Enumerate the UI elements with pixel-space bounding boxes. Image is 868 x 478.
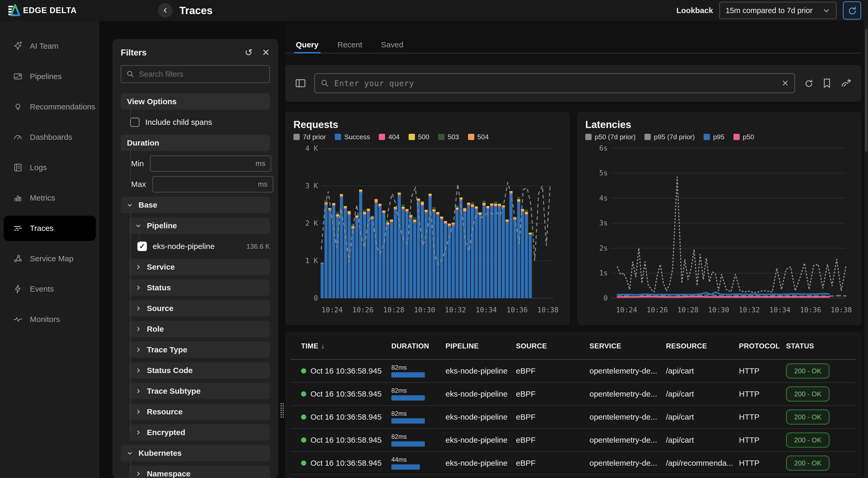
sidebar-item-service-map[interactable]: Service Map (4, 246, 96, 271)
chevron-right-icon (135, 429, 142, 436)
legend-item-7d-prior[interactable]: 7d prior (293, 133, 326, 141)
add-to-dashboard-icon[interactable] (840, 78, 851, 89)
duration-max-box[interactable]: ms (152, 176, 273, 192)
filter-group-trace-subtype[interactable]: Trace Subtype (129, 383, 270, 399)
sidebar-item-ai-team[interactable]: AI Team (4, 33, 96, 59)
query-input-box[interactable]: ✕ (314, 73, 795, 93)
filter-group-base[interactable]: Base (121, 197, 270, 213)
filter-group-status[interactable]: Status (129, 280, 270, 296)
column-header-duration[interactable]: DURATION (391, 342, 445, 350)
back-button[interactable]: ‹ (158, 3, 173, 18)
sidebar-item-logs[interactable]: Logs (4, 155, 96, 180)
duration-min-box[interactable]: ms (150, 156, 271, 172)
svg-text:10:28: 10:28 (677, 306, 699, 314)
duration-min-input[interactable] (156, 159, 255, 168)
column-header-protocol[interactable]: PROTOCOL (739, 342, 786, 350)
legend-item-p95[interactable]: p95 (704, 133, 724, 141)
column-header-pipeline[interactable]: PIPELINE (445, 342, 516, 350)
filter-group-role[interactable]: Role (129, 321, 270, 337)
legend-item-success[interactable]: Success (335, 133, 370, 141)
sidebar-item-traces[interactable]: Traces (4, 216, 96, 241)
table-row[interactable]: Oct 16 10:36:58.94582mseks-node-pipeline… (291, 360, 856, 383)
lookback-value: 15m compared to 7d prior (725, 6, 816, 15)
column-header-time[interactable]: TIME↓ (301, 342, 391, 350)
tab-saved[interactable]: Saved (380, 37, 404, 53)
filter-group-pipeline[interactable]: Pipeline (129, 218, 270, 234)
table-row[interactable]: Oct 16 10:36:58.94582mseks-node-pipeline… (291, 429, 856, 452)
filter-group-kubernetes[interactable]: Kubernetes (121, 445, 270, 461)
vertical-scrollbar[interactable] (864, 21, 868, 478)
filter-group-label: Base (138, 200, 157, 210)
refresh-button[interactable] (843, 1, 861, 20)
chevron-down-icon (823, 6, 830, 14)
filter-section-duration[interactable]: Duration (121, 135, 270, 151)
clear-query-icon[interactable]: ✕ (782, 78, 789, 88)
filter-group-status-code[interactable]: Status Code (129, 362, 270, 379)
status-badge: 200 - OK (786, 363, 830, 379)
rerun-query-icon[interactable] (803, 78, 814, 89)
tab-recent[interactable]: Recent (336, 37, 363, 53)
svg-text:10:38: 10:38 (537, 306, 559, 314)
lookback-dropdown[interactable]: 15m compared to 7d prior (719, 2, 837, 19)
duration-bar (391, 465, 420, 470)
column-header-resource[interactable]: RESOURCE (666, 342, 739, 350)
filter-option-eks-node-pipeline[interactable]: ✓eks-node-pipeline136.6 K (137, 240, 270, 252)
edgedelta-logo[interactable]: EDGE DELTA (8, 4, 77, 17)
tab-query[interactable]: Query (295, 37, 320, 53)
filter-section-view-options[interactable]: View Options (121, 93, 270, 110)
legend-item-p50--7d-prior-[interactable]: p50 (7d prior) (585, 133, 636, 141)
filter-group-namespace[interactable]: Namespace (129, 466, 270, 478)
dashboards-icon (12, 132, 23, 142)
filter-group-resource[interactable]: Resource (129, 404, 270, 420)
sidebar-item-recommendations[interactable]: Recommendations (4, 94, 96, 119)
svg-text:4s: 4s (599, 194, 608, 202)
filter-search[interactable] (121, 65, 270, 83)
requests-chart-canvas[interactable]: 4 K3 K2 K1 K010:2410:2610:2810:3010:3210… (293, 143, 561, 316)
legend-item-500[interactable]: 500 (409, 133, 429, 141)
top-bar: EDGE DELTA ‹ Traces Lookback 15m compare… (0, 0, 868, 21)
filter-group-label: Trace Type (147, 345, 187, 354)
tree-connector (139, 233, 139, 243)
svg-text:10:30: 10:30 (414, 306, 435, 314)
filter-group-trace-type[interactable]: Trace Type (129, 342, 270, 358)
svg-text:10:30: 10:30 (708, 306, 729, 314)
filter-group-source[interactable]: Source (129, 300, 270, 317)
cell-resource: /api/cart (666, 436, 739, 445)
filter-group-service[interactable]: Service (129, 259, 270, 275)
collapse-panel-icon[interactable] (295, 78, 306, 88)
legend-item-p95--7d-prior-[interactable]: p95 (7d prior) (645, 133, 695, 141)
reset-filters-icon[interactable]: ↺ (245, 48, 253, 57)
legend-item-504[interactable]: 504 (468, 133, 489, 141)
bookmark-icon[interactable] (822, 78, 832, 89)
edgedelta-logo-icon (8, 4, 21, 17)
svg-text:0: 0 (314, 294, 318, 302)
sidebar-item-events[interactable]: Events (4, 277, 96, 301)
column-header-service[interactable]: SERVICE (589, 342, 666, 350)
table-row[interactable]: Oct 16 10:36:58.94582mseks-node-pipeline… (291, 406, 856, 429)
legend-item-503[interactable]: 503 (438, 133, 459, 141)
scrollbar-thumb[interactable] (865, 29, 867, 152)
filter-search-input[interactable] (138, 70, 264, 79)
sort-desc-icon[interactable]: ↓ (321, 342, 325, 350)
column-header-status[interactable]: STATUS (786, 342, 856, 350)
table-row[interactable]: Oct 16 10:36:58.94582mseks-node-pipeline… (291, 383, 856, 406)
sidebar-item-pipelines[interactable]: Pipelines (4, 64, 96, 89)
column-header-source[interactable]: SOURCE (516, 342, 589, 350)
latencies-chart-canvas[interactable]: 6s5s4s3s2s1s010:2410:2610:2810:3010:3210… (585, 143, 853, 316)
status-badge: 200 - OK (786, 433, 830, 448)
panel-resize-handle[interactable] (280, 403, 284, 418)
include-child-spans-checkbox[interactable] (130, 118, 140, 127)
sidebar-item-dashboards[interactable]: Dashboards (4, 125, 96, 150)
sidebar-item-metrics[interactable]: Metrics (4, 185, 96, 211)
duration-max-input[interactable] (158, 180, 258, 189)
svg-text:10:36: 10:36 (506, 306, 528, 314)
search-icon (126, 70, 134, 78)
table-row[interactable]: Oct 16 10:36:58.94544mseks-node-pipeline… (291, 452, 856, 475)
sidebar-item-monitors[interactable]: Monitors (4, 307, 96, 332)
legend-item-p50[interactable]: p50 (734, 133, 754, 141)
close-filters-icon[interactable]: ✕ (262, 48, 270, 57)
query-input[interactable] (334, 78, 777, 88)
legend-item-404[interactable]: 404 (379, 133, 399, 141)
filter-include-child-spans[interactable]: Include child spans (129, 116, 270, 128)
filter-group-encrypted[interactable]: Encrypted (129, 424, 270, 441)
